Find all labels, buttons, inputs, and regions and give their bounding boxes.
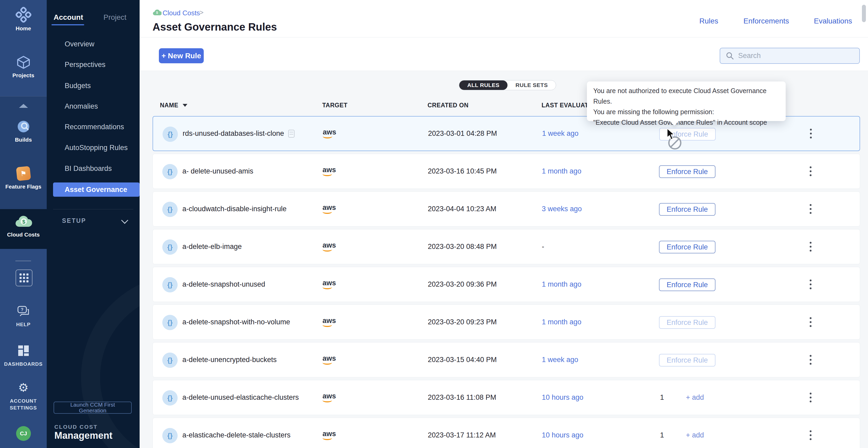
add-enforcement-link[interactable]: + add [686,380,704,415]
aws-logo: aws [323,116,336,150]
enforce-rule-button[interactable]: Enforce Rule [659,165,715,178]
table-row[interactable]: {} a-delete-snapshot-unused aws 2023-03-… [153,267,860,302]
table-row[interactable]: {} a- delete-unused-amis aws 2023-03-16 … [153,154,860,189]
tab-project[interactable]: Project [103,13,126,22]
search-input[interactable] [738,51,859,60]
tab-all-rules[interactable]: ALL RULES [459,80,507,90]
setup-section-label[interactable]: SETUP [62,217,86,225]
sidebar-item-anomalies[interactable]: Anomalies [65,102,98,110]
chevron-down-icon[interactable] [121,217,128,224]
rule-icon: {} [162,390,178,406]
rule-icon: {} [162,202,178,217]
table-row[interactable]: {} a-delete-snapshot-with-no-volume aws … [153,305,860,340]
sidebar-item-home[interactable]: Home [0,7,47,32]
rail-collapse-strip[interactable] [0,96,47,115]
sidebar-item-bi-dashboards[interactable]: BI Dashboards [65,165,112,173]
add-enforcement-link[interactable]: + add [686,418,704,448]
aws-smile-icon [322,210,332,214]
last-evaluation-link[interactable]: 1 month ago [542,154,581,188]
column-header-created-on[interactable]: CREATED ON [428,102,468,109]
sidebar-item-autostopping-rules[interactable]: AutoStopping Rules [65,144,128,152]
copy-icon[interactable] [288,130,294,138]
sort-caret-icon[interactable] [183,104,187,107]
last-evaluation-link[interactable]: 10 hours ago [542,380,584,415]
sidebar-item-budgets[interactable]: Budgets [65,82,91,90]
last-evaluation-link[interactable]: 3 weeks ago [542,192,582,226]
row-menu-button[interactable] [805,192,816,226]
ccm-sidebar: Account Project Overview Perspectives Bu… [47,0,140,448]
table-row[interactable]: {} a-delete-elb-image aws 2023-03-20 08:… [153,229,860,264]
gear-icon: ⚙ [0,380,47,395]
sidebar-item-dashboards[interactable]: DASHBOARDS [0,343,47,368]
enforce-rule-button[interactable]: Enforce Rule [659,316,715,329]
enforce-rule-button[interactable]: Enforce Rule [659,354,715,367]
sidebar-item-help[interactable]: ? HELP [0,303,47,328]
row-menu-button[interactable] [805,418,816,448]
grid-icon [20,273,29,282]
nav-link-rules[interactable]: Rules [700,17,718,25]
last-evaluation-link[interactable]: 10 hours ago [542,418,584,448]
aws-smile-icon [322,323,332,327]
asset-governance-page: Home Projects Builds ⚑ Feature Flags [0,0,868,448]
user-avatar[interactable]: CJ [16,426,31,441]
enforce-rule-button[interactable]: Enforce Rule [659,278,715,291]
sidebar-item-feature-flags[interactable]: ⚑ Feature Flags [0,166,47,190]
product-eyebrow: CLOUD COST [54,424,98,430]
chat-help-icon: ? [0,303,47,319]
collapse-arrow-icon [19,104,28,108]
last-evaluation-link: - [542,230,544,264]
scrollbar-thumb[interactable] [862,5,866,22]
sidebar-item-recommendations[interactable]: Recommendations [65,123,124,131]
sidebar-item-perspectives[interactable]: Perspectives [65,61,105,69]
sidebar-item-overview[interactable]: Overview [65,40,94,48]
column-header-target[interactable]: TARGET [322,102,347,109]
search-box[interactable] [720,48,860,64]
enforce-rule-button[interactable]: Enforce Rule [659,203,715,216]
sidebar-item-label: Asset Governance [65,186,127,194]
sidebar-item-projects[interactable]: Projects [0,54,47,78]
rail-item-label: ACCOUNT SETTINGS [0,398,47,411]
harness-logo-icon [0,7,47,23]
nav-link-evaluations[interactable]: Evaluations [814,17,852,25]
sidebar-item-asset-governance[interactable]: Asset Governance [53,182,140,197]
tab-account[interactable]: Account [54,13,83,22]
sidebar-item-account-settings[interactable]: ⚙ ACCOUNT SETTINGS [0,380,47,411]
table-row[interactable]: {} a-elasticache-delete-stale-clusters a… [153,418,860,448]
aws-logo: aws [322,154,336,188]
tab-rule-sets[interactable]: RULE SETS [507,80,556,90]
table-row[interactable]: {} a-delete-unencrypted-buckets aws 2023… [153,342,860,377]
table-row[interactable]: {} a-delete-unused-elasticache-clusters … [153,380,860,415]
row-menu-button[interactable] [805,343,816,377]
sidebar-item-cloud-costs[interactable]: $ Cloud Costs [0,214,47,238]
launch-ccm-first-gen-button[interactable]: Launch CCM First Generation [54,402,132,414]
row-menu-button[interactable] [805,116,816,150]
new-rule-button[interactable]: + New Rule [159,48,204,63]
enforcement-count: 1 [660,418,664,448]
aws-logo: aws [322,230,336,264]
module-grid-button[interactable] [16,270,32,286]
rail-item-label: Feature Flags [0,183,47,190]
row-menu-button[interactable] [805,267,816,302]
table-row[interactable]: {} a-cloudwatch-disable-insight-rule aws… [153,192,860,227]
rule-name: a-cloudwatch-disable-insight-rule [182,192,287,226]
aws-smile-icon [322,285,332,289]
enforce-rule-button[interactable]: Enforce Rule [659,241,715,253]
aws-smile-icon [322,436,332,440]
last-evaluation-link[interactable]: 1 month ago [542,305,581,339]
column-header-name[interactable]: NAME [160,102,178,109]
sidebar-item-builds[interactable]: Builds [0,119,47,143]
row-menu-button[interactable] [805,305,816,339]
row-menu-button[interactable] [805,230,816,264]
rule-icon: {} [162,164,178,179]
aws-smile-icon [322,172,332,176]
aws-logo: aws [322,192,336,226]
last-evaluation-link[interactable]: 1 month ago [542,267,581,302]
last-evaluation-link[interactable]: 1 week ago [542,343,578,377]
rule-name: a-delete-snapshot-with-no-volume [182,305,290,339]
nav-link-enforcements[interactable]: Enforcements [743,17,789,25]
breadcrumb[interactable]: Cloud Costs [162,9,200,17]
last-evaluation-link[interactable]: 1 week ago [542,116,579,150]
row-menu-button[interactable] [805,380,816,415]
row-menu-button[interactable] [805,154,816,188]
aws-smile-icon [323,134,332,138]
